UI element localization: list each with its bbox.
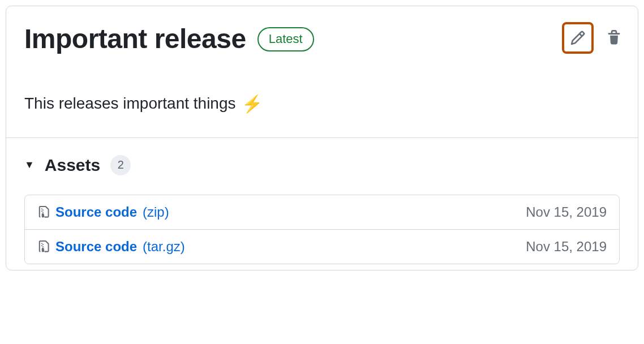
release-description-text: This releases important things bbox=[24, 94, 236, 113]
chevron-down-icon: ▼ bbox=[24, 159, 35, 171]
asset-ext: (tar.gz) bbox=[143, 239, 185, 255]
delete-button[interactable] bbox=[603, 27, 625, 49]
release-card: Important release Latest This releases i… bbox=[6, 6, 638, 270]
asset-date: Nov 15, 2019 bbox=[526, 204, 607, 220]
asset-name: Source code bbox=[55, 239, 137, 255]
file-zip-icon bbox=[37, 206, 50, 218]
lightning-icon: ⚡ bbox=[242, 94, 263, 114]
asset-name: Source code bbox=[55, 204, 137, 220]
edit-button[interactable] bbox=[562, 22, 594, 54]
latest-badge: Latest bbox=[257, 27, 314, 51]
asset-row[interactable]: Source code (zip) Nov 15, 2019 bbox=[25, 195, 619, 229]
assets-toggle[interactable]: ▼ Assets 2 bbox=[24, 155, 620, 175]
file-zip-icon bbox=[37, 240, 50, 253]
action-icons bbox=[562, 22, 625, 54]
asset-row[interactable]: Source code (tar.gz) Nov 15, 2019 bbox=[25, 229, 619, 264]
asset-link: Source code (tar.gz) bbox=[37, 239, 526, 255]
assets-title: Assets bbox=[45, 156, 100, 175]
trash-icon bbox=[606, 30, 622, 46]
release-description: This releases important things ⚡ bbox=[24, 94, 620, 114]
assets-count-badge: 2 bbox=[110, 155, 131, 175]
release-title: Important release bbox=[24, 24, 246, 54]
pencil-icon bbox=[570, 30, 586, 46]
asset-link: Source code (zip) bbox=[37, 204, 526, 220]
asset-ext: (zip) bbox=[143, 204, 169, 220]
assets-section: ▼ Assets 2 Source code (zip) Nov 15, 201… bbox=[6, 138, 638, 270]
release-header: Important release Latest This releases i… bbox=[6, 6, 638, 137]
title-row: Important release Latest bbox=[24, 24, 620, 54]
assets-list: Source code (zip) Nov 15, 2019 Source co… bbox=[24, 195, 620, 264]
asset-date: Nov 15, 2019 bbox=[526, 239, 607, 255]
